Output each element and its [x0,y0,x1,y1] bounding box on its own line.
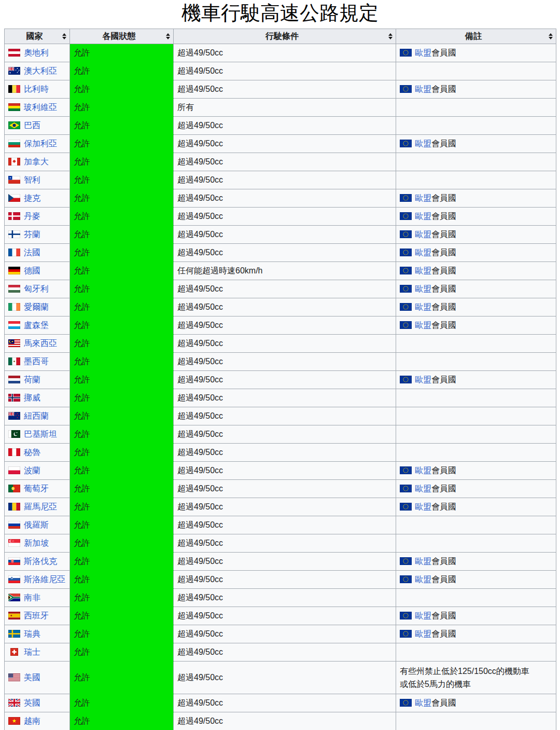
country-link[interactable]: 挪威 [24,393,40,402]
country-link[interactable]: 盧森堡 [24,321,49,329]
table-row: 瑞典允許超過49/50cc歐盟會員國 [5,625,556,643]
country-link[interactable]: 匈牙利 [24,284,49,293]
eu-link[interactable]: 歐盟 [415,502,431,511]
flag-icon-my [8,339,20,347]
eu-member-suffix: 會員國 [431,611,456,620]
flag-icon-vn [8,717,20,725]
flag-icon-lu [8,321,20,329]
country-link[interactable]: 秘魯 [24,448,40,457]
country-link[interactable]: 波蘭 [24,466,40,475]
eu-link[interactable]: 歐盟 [415,557,431,566]
remark-cell [396,443,556,461]
eu-link[interactable]: 歐盟 [415,375,431,384]
flag-icon-bo [8,103,20,111]
eu-link[interactable]: 歐盟 [415,248,431,257]
country-cell: 南非 [5,588,70,607]
eu-member-suffix: 會員國 [431,375,456,384]
eu-link[interactable]: 歐盟 [415,194,431,202]
flag-icon-nl [8,376,20,383]
remark-cell: 歐盟會員國 [396,607,556,625]
country-link[interactable]: 芬蘭 [24,230,40,239]
country-link[interactable]: 保加利亞 [24,139,57,148]
eu-link[interactable]: 歐盟 [415,302,431,311]
country-link[interactable]: 巴西 [24,121,40,130]
column-header-1[interactable]: 國家 [5,29,70,44]
country-link[interactable]: 越南 [24,717,40,725]
eu-link[interactable]: 歐盟 [415,212,431,221]
country-cell: 越南 [5,712,70,730]
eu-flag-icon [400,321,412,329]
country-cell: 波蘭 [5,461,70,479]
country-link[interactable]: 南非 [24,593,40,602]
country-link[interactable]: 巴基斯坦 [24,430,57,438]
eu-link[interactable]: 歐盟 [415,575,431,584]
eu-flag-icon [400,230,412,238]
country-link[interactable]: 丹麥 [24,212,40,221]
country-link[interactable]: 葡萄牙 [24,484,49,493]
eu-link[interactable]: 歐盟 [415,698,431,707]
country-link[interactable]: 羅馬尼亞 [24,502,57,511]
flag-icon-cz [8,194,20,202]
country-link[interactable]: 法國 [24,248,40,257]
column-header-3[interactable]: 行駛條件 [174,29,396,44]
country-link[interactable]: 智利 [24,175,40,184]
country-link[interactable]: 荷蘭 [24,375,40,384]
condition-cell: 超過49/50cc [174,298,396,316]
eu-link[interactable]: 歐盟 [415,466,431,475]
country-cell: 巴基斯坦 [5,425,70,443]
remark-cell: 歐盟會員國 [396,298,556,316]
country-cell: 奧地利 [5,44,70,62]
country-link[interactable]: 瑞典 [24,629,40,638]
country-link[interactable]: 瑞士 [24,648,40,656]
flag-icon-be [8,85,20,93]
condition-cell: 超過49/50cc [174,389,396,407]
country-link[interactable]: 西班牙 [24,611,49,620]
condition-cell: 超過49/50cc [174,694,396,712]
eu-link[interactable]: 歐盟 [415,611,431,620]
remark-cell [396,352,556,370]
table-row: 西班牙允許超過49/50cc歐盟會員國 [5,607,556,625]
country-link[interactable]: 奧地利 [24,48,49,57]
country-link[interactable]: 澳大利亞 [24,66,57,75]
sort-icon [388,33,393,39]
country-link[interactable]: 斯洛維尼亞 [24,575,65,584]
country-link[interactable]: 玻利維亞 [24,103,57,112]
country-link[interactable]: 紐西蘭 [24,411,49,420]
condition-cell: 超過49/50cc [174,44,396,62]
eu-flag-icon [400,612,412,619]
country-link[interactable]: 墨西哥 [24,357,49,366]
status-cell: 允許 [70,407,174,425]
eu-link[interactable]: 歐盟 [415,48,431,57]
eu-link[interactable]: 歐盟 [415,85,431,93]
country-link[interactable]: 斯洛伐克 [24,557,57,566]
eu-link[interactable]: 歐盟 [415,321,431,329]
country-link[interactable]: 新加坡 [24,539,49,547]
table-row: 澳大利亞允許超過49/50cc [5,62,556,80]
eu-link[interactable]: 歐盟 [415,629,431,638]
country-link[interactable]: 英國 [24,698,40,707]
eu-link[interactable]: 歐盟 [415,266,431,275]
eu-flag-icon [400,630,412,638]
eu-link[interactable]: 歐盟 [415,284,431,293]
country-cell: 斯洛伐克 [5,552,70,570]
country-link[interactable]: 馬來西亞 [24,339,57,348]
column-label: 行駛條件 [177,31,387,42]
country-link[interactable]: 俄羅斯 [24,520,49,529]
country-link[interactable]: 德國 [24,266,40,275]
country-link[interactable]: 美國 [24,673,40,682]
country-link[interactable]: 加拿大 [24,157,49,166]
country-link[interactable]: 比利時 [24,85,49,93]
remark-cell [396,98,556,116]
eu-link[interactable]: 歐盟 [415,139,431,148]
eu-flag-icon [400,466,412,474]
flag-icon-sk [8,557,20,565]
table-row: 瑞士允許超過49/50cc [5,643,556,661]
status-cell: 允許 [70,570,174,588]
country-link[interactable]: 愛爾蘭 [24,302,49,311]
eu-link[interactable]: 歐盟 [415,230,431,239]
country-link[interactable]: 捷克 [24,194,40,202]
eu-link[interactable]: 歐盟 [415,484,431,493]
condition-cell: 超過49/50cc [174,625,396,643]
column-header-2[interactable]: 各國狀態 [70,29,174,44]
column-header-4[interactable]: 備註 [396,29,556,44]
